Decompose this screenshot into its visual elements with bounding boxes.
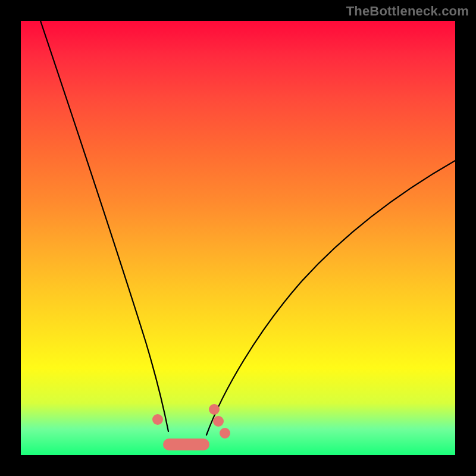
chart-frame: TheBottleneck.com xyxy=(0,0,476,476)
flat-bottom-segment xyxy=(163,439,209,450)
marker-left-1 xyxy=(152,414,163,425)
curve-layer xyxy=(21,21,455,455)
marker-right-2 xyxy=(213,416,224,427)
curve-left xyxy=(40,21,168,431)
marker-right-1 xyxy=(209,404,220,415)
watermark-text: TheBottleneck.com xyxy=(346,4,469,19)
plot-area xyxy=(21,21,455,455)
curve-right xyxy=(206,161,455,435)
marker-right-3 xyxy=(220,428,230,439)
